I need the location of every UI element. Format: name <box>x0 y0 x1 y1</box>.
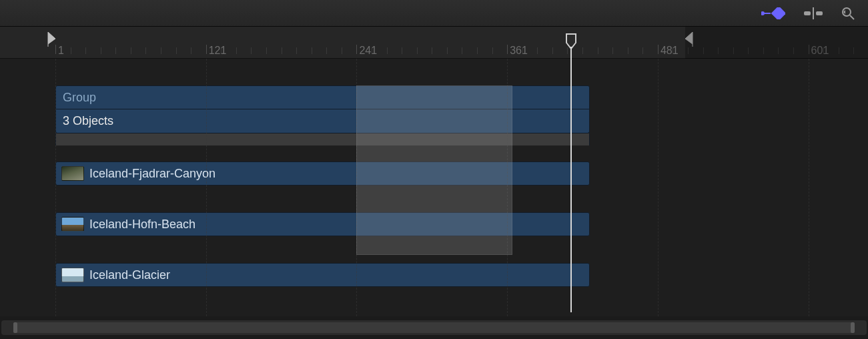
timeline-tracks-area[interactable]: Group 3 Objects Iceland-Fjadrar-Canyon I… <box>0 59 868 316</box>
grid-line <box>356 59 357 316</box>
playhead-line <box>570 47 572 312</box>
ruler-label: 241 <box>359 45 377 57</box>
svg-rect-1 <box>771 7 785 19</box>
play-range-in-marker[interactable] <box>47 32 58 47</box>
group-title: Group <box>63 91 96 105</box>
clip-thumbnail-icon <box>61 166 84 181</box>
group-header-row[interactable]: Group <box>55 85 590 109</box>
group-summary-row[interactable]: 3 Objects <box>55 109 590 133</box>
ruler-label: 481 <box>661 45 679 57</box>
clip-label: Iceland-Fjadrar-Canyon <box>89 167 215 181</box>
horizontal-scrollbar[interactable] <box>1 320 867 335</box>
clip-thumbnail-icon <box>61 217 84 232</box>
timeline-clip[interactable]: Iceland-Glacier <box>55 263 590 287</box>
grid-line <box>206 59 207 316</box>
ruler-label: 1 <box>58 45 64 57</box>
zoom-icon[interactable] <box>841 7 855 20</box>
scrollbar-handle-right[interactable] <box>851 322 855 333</box>
grid-line <box>809 59 809 316</box>
timeline-toolbar <box>0 0 868 27</box>
timeline-ruler[interactable]: 1121241361481601 <box>0 27 868 59</box>
scrollbar-handle-left[interactable] <box>13 322 17 333</box>
svg-rect-4 <box>813 7 814 19</box>
clip-thumbnail-icon <box>61 268 84 282</box>
svg-point-0 <box>761 11 765 15</box>
ruler-label: 361 <box>510 45 528 57</box>
scrollbar-track[interactable] <box>13 322 855 333</box>
svg-line-6 <box>850 15 854 19</box>
svg-rect-2 <box>804 11 811 15</box>
timeline-clip[interactable]: Iceland-Hofn-Beach <box>55 212 590 236</box>
timeline-panel: 1121241361481601 Group 3 Objects Iceland… <box>0 0 868 339</box>
grid-line <box>507 59 508 316</box>
timeline-clip[interactable]: Iceland-Fjadrar-Canyon <box>55 161 590 186</box>
snapping-icon[interactable] <box>804 7 823 19</box>
grid-line <box>658 59 659 316</box>
group-summary-text: 3 Objects <box>63 114 113 128</box>
keyframe-editor-icon[interactable] <box>761 7 785 19</box>
clip-label: Iceland-Glacier <box>89 268 170 282</box>
ruler-label: 601 <box>811 45 829 57</box>
clip-label: Iceland-Hofn-Beach <box>89 218 195 232</box>
group-footer-strip <box>55 133 590 145</box>
play-range-out-marker[interactable] <box>684 32 695 47</box>
ruler-label: 121 <box>209 45 227 57</box>
grid-line <box>55 59 56 316</box>
svg-rect-3 <box>816 11 823 15</box>
